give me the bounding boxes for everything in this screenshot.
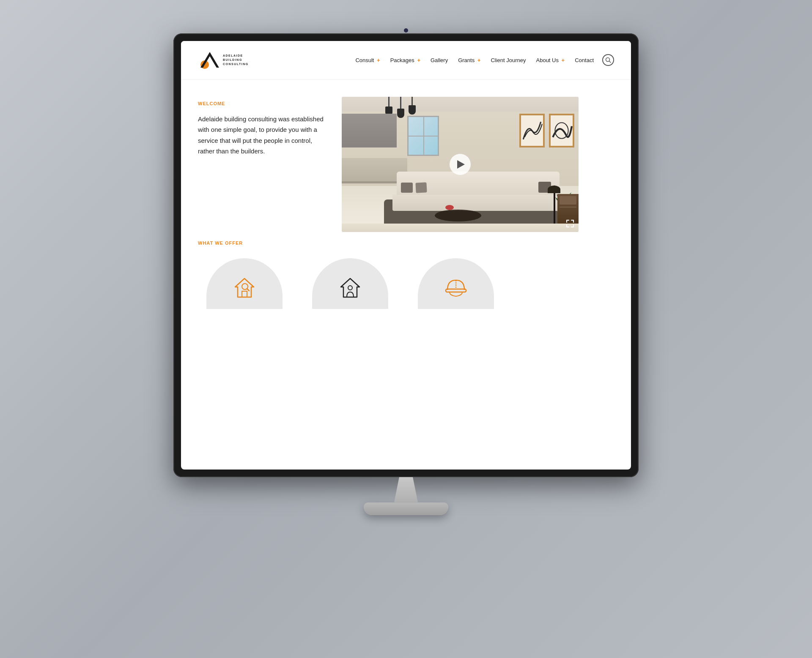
coffee-table	[435, 210, 481, 221]
svg-rect-6	[242, 291, 247, 297]
upper-cabinets	[342, 114, 397, 147]
logo-text: ADELAIDE BUILDING CONSULTING	[223, 54, 249, 66]
construction-helmet-icon	[443, 275, 469, 300]
offer-card-1[interactable]	[198, 258, 291, 309]
what-we-offer-label: WHAT WE OFFER	[198, 240, 614, 246]
offer-card-2[interactable]	[304, 258, 397, 309]
nav-item-client-journey[interactable]: Client Journey	[491, 56, 526, 64]
stand-neck	[389, 477, 423, 502]
artwork-2	[549, 114, 574, 147]
main-content: WELCOME Adelaide building consulting was…	[181, 80, 631, 240]
svg-line-3	[609, 61, 611, 63]
couch-back	[397, 172, 560, 195]
stand-base	[364, 502, 448, 515]
svg-marker-1	[200, 52, 219, 68]
window	[407, 116, 439, 156]
camera-dot	[404, 28, 408, 33]
left-content: WELCOME Adelaide building consulting was…	[198, 97, 325, 157]
play-button[interactable]	[450, 154, 471, 175]
floor-lamp	[554, 186, 555, 224]
nav-item-packages[interactable]: Packages +	[390, 56, 420, 64]
house-search-icon	[232, 275, 257, 300]
offer-icon-bg-3	[418, 258, 494, 309]
video-placeholder	[342, 97, 579, 232]
nav-item-about-us[interactable]: About Us +	[536, 56, 565, 64]
pendant-light-3	[411, 97, 413, 115]
navbar: ADELAIDE BUILDING CONSULTING Consult + P…	[181, 41, 631, 80]
couch-seat	[392, 194, 568, 211]
pendant-light-2	[400, 97, 401, 118]
search-button[interactable]	[602, 54, 614, 66]
video-container[interactable]	[342, 97, 579, 232]
offer-cards	[198, 258, 614, 309]
nav-item-gallery[interactable]: Gallery	[431, 56, 448, 64]
offer-icon-bg-1	[206, 258, 283, 309]
offer-card-3[interactable]	[409, 258, 502, 309]
welcome-text: Adelaide building consulting was establi…	[198, 114, 325, 157]
svg-rect-10	[446, 289, 466, 292]
house-person-icon	[337, 275, 363, 300]
monitor-body: ADELAIDE BUILDING CONSULTING Consult + P…	[173, 33, 639, 477]
logo-icon	[198, 49, 221, 72]
monitor-wrapper: ADELAIDE BUILDING CONSULTING Consult + P…	[173, 33, 639, 625]
screen: ADELAIDE BUILDING CONSULTING Consult + P…	[181, 41, 631, 470]
nav-links: Consult + Packages + Gallery Grants + Cl	[355, 56, 594, 64]
ceiling	[342, 97, 579, 112]
nav-item-consult[interactable]: Consult +	[355, 56, 380, 64]
offer-icon-bg-2	[312, 258, 388, 309]
fullscreen-button[interactable]	[566, 219, 574, 228]
pendant-light-1	[388, 97, 390, 116]
flowers	[445, 205, 454, 210]
monitor-bezel: ADELAIDE BUILDING CONSULTING Consult + P…	[181, 41, 631, 470]
floor-bottom	[342, 224, 579, 232]
artwork-1	[519, 114, 545, 147]
nav-item-contact[interactable]: Contact	[575, 56, 594, 64]
what-we-offer-section: WHAT WE OFFER	[181, 240, 631, 317]
nav-item-grants[interactable]: Grants +	[458, 56, 480, 64]
svg-line-8	[247, 289, 249, 291]
svg-point-9	[348, 286, 352, 290]
welcome-label: WELCOME	[198, 101, 325, 106]
monitor-stand	[368, 477, 444, 528]
logo-area: ADELAIDE BUILDING CONSULTING	[198, 49, 249, 72]
